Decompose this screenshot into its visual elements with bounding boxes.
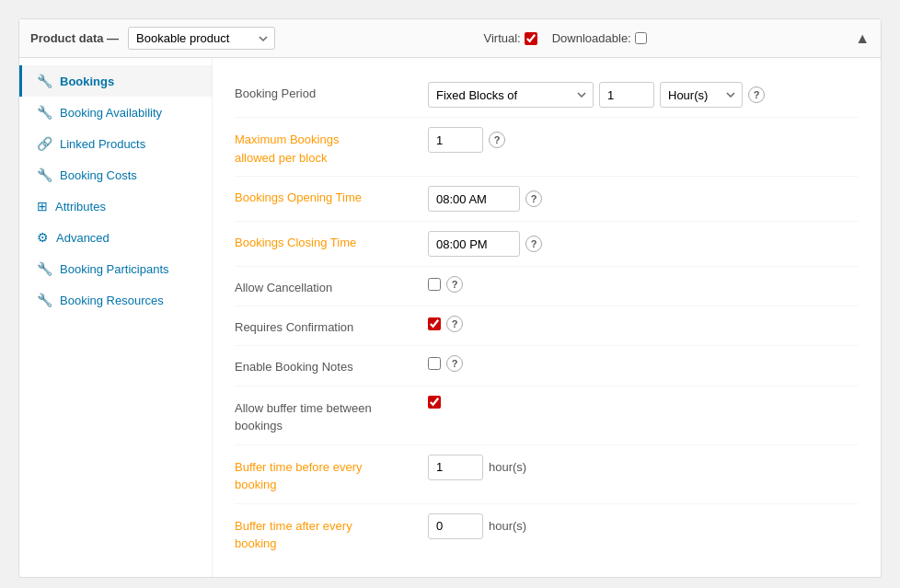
max-bookings-sublabel: allowed per block (235, 151, 327, 165)
requires-confirmation-help-icon[interactable]: ? (446, 316, 463, 332)
wrench-icon-costs: 🔧 (37, 167, 52, 182)
allow-buffer-row: Allow buffer time between bookings (235, 386, 859, 445)
closing-time-label: Bookings Closing Time (235, 231, 428, 251)
opening-time-controls: ? (428, 186, 542, 212)
opening-time-input[interactable] (428, 186, 520, 212)
sidebar-label-bookings: Bookings (60, 75, 114, 88)
panel-title: Product data — (30, 31, 119, 45)
buffer-before-label: Buffer time before every (235, 460, 363, 474)
buffer-before-input[interactable] (428, 455, 483, 480)
sidebar-item-booking-participants[interactable]: 🔧 Booking Participants (19, 253, 212, 284)
enable-notes-controls: ? (428, 355, 463, 372)
max-bookings-label-group: Maximum Bookings allowed per block (235, 127, 428, 167)
opening-time-label: Bookings Opening Time (235, 186, 428, 206)
allow-cancellation-checkbox[interactable] (428, 278, 441, 291)
allow-buffer-label: Allow buffer time between (235, 401, 372, 415)
downloadable-checkbox[interactable] (635, 32, 647, 44)
buffer-before-unit: hour(s) (489, 460, 526, 474)
wrench-icon-bookings: 🔧 (37, 74, 52, 88)
opening-time-row: Bookings Opening Time ? (235, 177, 859, 222)
collapse-button[interactable]: ▲ (855, 30, 870, 47)
allow-buffer-checkbox[interactable] (428, 396, 441, 409)
allow-buffer-label-group: Allow buffer time between bookings (235, 396, 428, 435)
downloadable-label[interactable]: Downloadable: (552, 31, 647, 45)
buffer-before-row: Buffer time before every booking hour(s) (235, 445, 859, 504)
content-area: Booking Period Fixed Blocks of Hour(s) ? (213, 58, 881, 577)
downloadable-text: Downloadable: (552, 31, 631, 45)
product-data-panel: Product data — Bookable product Virtual:… (18, 18, 882, 578)
sidebar: 🔧 Bookings 🔧 Booking Availability 🔗 Link… (19, 58, 213, 577)
sidebar-item-advanced[interactable]: ⚙ Advanced (19, 222, 212, 253)
sidebar-item-bookings[interactable]: 🔧 Bookings (19, 65, 212, 97)
buffer-after-input[interactable] (428, 513, 483, 539)
virtual-checkbox[interactable] (525, 32, 537, 45)
max-bookings-controls: ? (428, 127, 505, 153)
enable-notes-row: Enable Booking Notes ? (235, 346, 859, 386)
panel-header: Product data — Bookable product Virtual:… (19, 19, 881, 58)
enable-notes-checkbox[interactable] (428, 357, 441, 370)
sidebar-label-advanced: Advanced (56, 231, 110, 245)
sidebar-label-attributes: Attributes (55, 200, 106, 213)
buffer-after-label-group: Buffer time after every booking (235, 513, 428, 553)
sidebar-label-availability: Booking Availability (60, 106, 162, 120)
sidebar-item-booking-costs[interactable]: 🔧 Booking Costs (19, 159, 212, 190)
sidebar-item-linked-products[interactable]: 🔗 Linked Products (19, 128, 212, 159)
opening-time-help-icon[interactable]: ? (525, 190, 542, 207)
link-icon: 🔗 (37, 136, 52, 151)
allow-buffer-sublabel: bookings (235, 419, 283, 432)
grid-icon: ⊞ (37, 199, 48, 213)
booking-period-unit-select[interactable]: Hour(s) (660, 82, 743, 108)
product-type-select[interactable]: Bookable product (128, 27, 275, 50)
max-bookings-input[interactable] (428, 127, 483, 153)
buffer-after-controls: hour(s) (428, 513, 526, 539)
enable-notes-label: Enable Booking Notes (235, 355, 428, 375)
wrench-icon-availability: 🔧 (37, 105, 52, 120)
booking-period-label: Booking Period (235, 82, 428, 102)
booking-period-help-icon[interactable]: ? (748, 86, 765, 103)
requires-confirmation-checkbox[interactable] (428, 317, 441, 330)
closing-time-controls: ? (428, 231, 542, 257)
buffer-before-controls: hour(s) (428, 455, 526, 480)
sidebar-label-costs: Booking Costs (60, 168, 137, 182)
allow-cancellation-controls: ? (428, 276, 463, 293)
sidebar-item-booking-resources[interactable]: 🔧 Booking Resources (19, 284, 212, 316)
buffer-before-label-group: Buffer time before every booking (235, 455, 428, 494)
gear-icon: ⚙ (37, 230, 49, 245)
allow-cancellation-label: Allow Cancellation (235, 276, 428, 296)
virtual-downloadable-group: Virtual: Downloadable: (483, 31, 646, 45)
sidebar-label-participants: Booking Participants (60, 262, 169, 276)
requires-confirmation-controls: ? (428, 316, 463, 332)
sidebar-label-linked: Linked Products (60, 137, 145, 151)
buffer-after-unit: hour(s) (489, 519, 526, 533)
booking-period-number-input[interactable] (599, 82, 654, 108)
requires-confirmation-label: Requires Confirmation (235, 316, 428, 336)
closing-time-row: Bookings Closing Time ? (235, 222, 859, 267)
max-bookings-help-icon[interactable]: ? (489, 132, 505, 148)
booking-period-controls: Fixed Blocks of Hour(s) ? (428, 82, 765, 108)
wrench-icon-participants: 🔧 (37, 261, 52, 276)
max-bookings-row: Maximum Bookings allowed per block ? (235, 118, 859, 177)
virtual-label[interactable]: Virtual: (483, 31, 537, 45)
buffer-after-row: Buffer time after every booking hour(s) (235, 504, 859, 562)
booking-period-row: Booking Period Fixed Blocks of Hour(s) ? (235, 73, 859, 118)
allow-cancellation-help-icon[interactable]: ? (446, 276, 463, 293)
panel-body: 🔧 Bookings 🔧 Booking Availability 🔗 Link… (19, 58, 881, 577)
allow-buffer-controls (428, 396, 441, 409)
sidebar-label-resources: Booking Resources (60, 294, 164, 307)
closing-time-help-icon[interactable]: ? (525, 236, 542, 252)
buffer-after-sublabel: booking (235, 536, 277, 550)
sidebar-item-booking-availability[interactable]: 🔧 Booking Availability (19, 97, 212, 128)
requires-confirmation-row: Requires Confirmation ? (235, 306, 859, 346)
buffer-before-sublabel: booking (235, 478, 277, 491)
booking-period-select[interactable]: Fixed Blocks of (428, 82, 594, 108)
allow-cancellation-row: Allow Cancellation ? (235, 267, 859, 306)
max-bookings-label: Maximum Bookings (235, 133, 339, 146)
enable-notes-help-icon[interactable]: ? (446, 355, 463, 372)
wrench-icon-resources: 🔧 (37, 293, 52, 307)
sidebar-item-attributes[interactable]: ⊞ Attributes (19, 190, 212, 222)
buffer-after-label: Buffer time after every (235, 519, 352, 533)
virtual-text: Virtual: (483, 31, 520, 45)
closing-time-input[interactable] (428, 231, 520, 257)
